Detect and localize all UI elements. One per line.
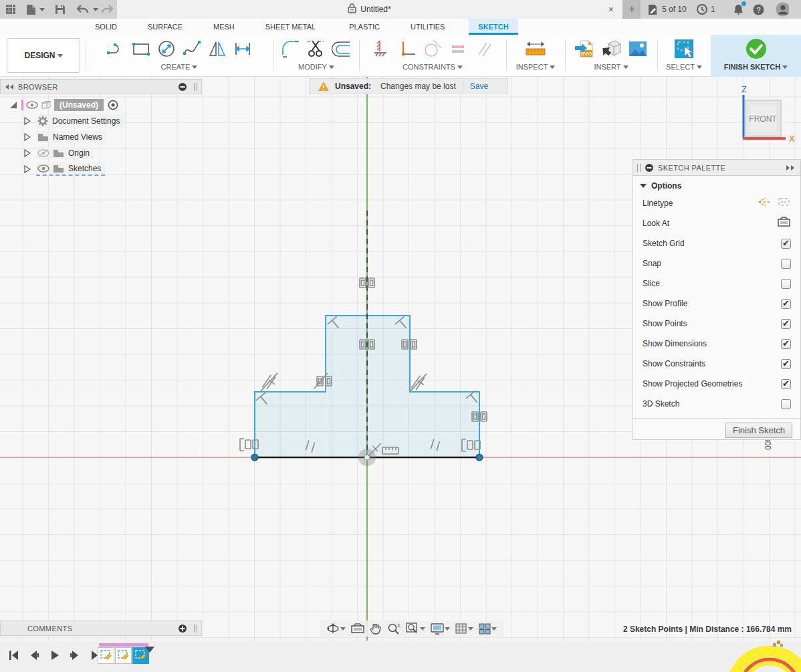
timeline-sketch-feature-3-selected[interactable] [132, 647, 149, 664]
measure-tool-icon[interactable] [524, 39, 547, 59]
timeline-position-marker[interactable] [145, 647, 154, 653]
file-menu-icon[interactable] [24, 3, 37, 16]
undo-caret[interactable] [93, 8, 98, 11]
sketch-palette-header[interactable]: SKETCH PALETTE [633, 160, 800, 176]
browser-item-document-settings[interactable]: Document Settings [9, 113, 202, 129]
file-menu-caret[interactable] [39, 8, 45, 11]
viewcube[interactable]: Z FRONT X [732, 82, 799, 148]
spline-tool-icon[interactable] [182, 39, 202, 59]
activate-component-radio[interactable] [108, 100, 118, 110]
tab-plastic[interactable]: PLASTIC [340, 19, 389, 35]
construction-linetype-icon[interactable] [758, 197, 771, 210]
browser-item-sketches[interactable]: Sketches [9, 161, 202, 177]
checkbox-show-projected-geometries[interactable] [781, 379, 791, 389]
checkbox-sketch-grid[interactable] [781, 239, 791, 249]
checkbox-show-points[interactable] [781, 319, 791, 329]
insert-svg-icon[interactable]: SVG [574, 38, 595, 60]
close-tab-icon[interactable]: × [608, 4, 614, 15]
insert-image-icon[interactable] [627, 38, 649, 60]
equal-constraint-icon[interactable] [448, 39, 468, 59]
browser-root-row[interactable]: (Unsaved) [9, 97, 202, 113]
look-at-icon[interactable] [351, 623, 364, 634]
undo-icon[interactable] [76, 3, 90, 16]
checkbox-snap[interactable] [781, 259, 791, 269]
document-tab[interactable]: Untitled* × [117, 0, 622, 19]
trim-tool-icon[interactable] [306, 39, 326, 59]
inspect-dropdown[interactable]: INSPECT [516, 63, 556, 71]
fillet-tool-icon[interactable] [281, 39, 301, 59]
finish-sketch-group[interactable]: FINISH SKETCH [711, 35, 801, 77]
insert-dropdown[interactable]: INSERT [594, 63, 628, 71]
timeline-sketch-feature-1[interactable] [98, 647, 114, 664]
visibility-eye-icon[interactable] [26, 101, 38, 109]
line-tool-icon[interactable] [106, 39, 126, 59]
modify-dropdown[interactable]: MODIFY [298, 63, 334, 71]
timeline-sketch-feature-2[interactable] [115, 647, 132, 664]
expand-panel-icon[interactable] [786, 164, 795, 171]
finish-sketch-dropdown[interactable]: FINISH SKETCH [724, 63, 788, 71]
offset-tool-icon[interactable] [332, 39, 352, 59]
new-tab-button[interactable]: + [623, 0, 641, 19]
visibility-off-icon[interactable] [37, 149, 49, 157]
viewports-icon[interactable] [479, 623, 497, 635]
minimize-panel-icon[interactable] [645, 163, 654, 173]
redo-icon[interactable] [100, 3, 114, 16]
save-button[interactable]: Save [470, 82, 488, 91]
panel-grip[interactable] [637, 164, 641, 172]
select-tool-icon[interactable] [673, 38, 695, 60]
create-dropdown[interactable]: CREATE [161, 63, 198, 71]
help-icon[interactable]: ? [752, 3, 765, 16]
timeline-play-button[interactable] [49, 650, 60, 661]
checkbox-show-dimensions[interactable] [781, 339, 791, 349]
perpendicular-constraint-icon[interactable] [397, 39, 417, 59]
insert-mesh-icon[interactable] [600, 38, 622, 60]
panel-grip[interactable] [194, 83, 197, 91]
minimize-panel-icon[interactable] [178, 82, 187, 92]
display-settings-icon[interactable] [431, 623, 450, 635]
save-icon[interactable] [53, 3, 67, 16]
add-comment-icon[interactable] [178, 624, 187, 633]
app-grid-menu-icon[interactable] [4, 3, 17, 16]
zoom-icon[interactable]: ± [387, 623, 400, 635]
root-document-label[interactable]: (Unsaved) [54, 99, 104, 111]
select-dropdown[interactable]: SELECT [666, 63, 702, 71]
notifications-bell-icon[interactable] [731, 3, 745, 16]
fit-icon[interactable] [406, 623, 425, 635]
design-workspace-dropdown[interactable]: DESIGN [7, 38, 80, 73]
job-status[interactable]: 5 of 10 [647, 0, 687, 19]
tangent-constraint-icon[interactable] [423, 39, 443, 59]
constraints-dropdown[interactable]: CONSTRAINTS [403, 63, 463, 71]
timeline-step-back-button[interactable] [29, 650, 39, 661]
checkbox-show-constraints[interactable] [781, 359, 791, 369]
options-section-header[interactable]: Options [633, 176, 800, 193]
vertical-horizontal-constraint-icon[interactable] [372, 39, 392, 59]
tab-solid[interactable]: SOLID [86, 19, 126, 35]
browser-item-origin[interactable]: Origin [9, 145, 202, 161]
browser-header[interactable]: BROWSER [0, 79, 202, 94]
circle-tool-icon[interactable] [156, 39, 177, 59]
recent-activity[interactable]: 1 [697, 0, 715, 19]
tab-mesh[interactable]: MESH [204, 19, 244, 35]
tab-sheet-metal[interactable]: SHEET METAL [256, 19, 325, 35]
tab-surface[interactable]: SURFACE [138, 19, 192, 35]
orbit-icon[interactable] [326, 623, 346, 635]
parallel-constraint-icon[interactable] [473, 39, 493, 59]
finish-sketch-button[interactable]: Finish Sketch [725, 423, 792, 438]
visibility-eye-icon[interactable] [37, 164, 49, 173]
dimension-tool-icon[interactable] [233, 39, 253, 59]
browser-item-named-views[interactable]: Named Views [9, 129, 202, 145]
user-avatar[interactable] [776, 3, 789, 16]
look-at-icon[interactable] [778, 217, 791, 230]
tab-sketch[interactable]: SKETCH [469, 19, 518, 35]
panel-grip[interactable] [194, 625, 197, 633]
checkbox-3d-sketch[interactable] [781, 399, 791, 409]
pan-icon[interactable] [370, 623, 382, 635]
mirror-tool-icon[interactable] [207, 39, 227, 59]
grid-settings-icon[interactable] [455, 623, 473, 635]
timeline-step-forward-button[interactable] [70, 650, 80, 661]
timeline-skip-start-button[interactable] [9, 650, 19, 661]
rectangle-tool-icon[interactable] [131, 39, 151, 59]
checkbox-show-profile[interactable] [781, 299, 791, 309]
comments-header[interactable]: COMMENTS [0, 621, 202, 636]
finish-sketch-check-icon[interactable] [745, 37, 768, 60]
